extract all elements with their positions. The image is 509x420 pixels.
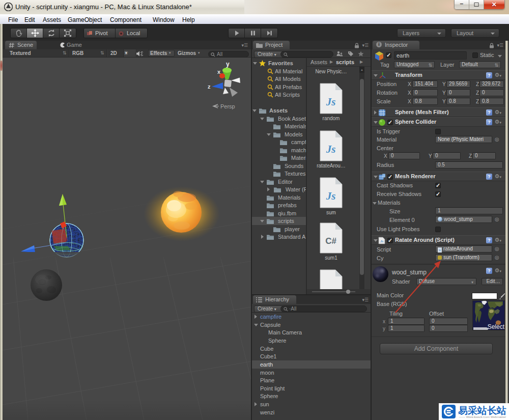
- svg-text:Persp: Persp: [220, 103, 235, 109]
- svg-text:Js: Js: [326, 190, 336, 202]
- svg-text:Js: Js: [380, 239, 384, 243]
- svg-text:Js: Js: [326, 96, 336, 108]
- svg-text:Select: Select: [488, 323, 505, 330]
- svg-text:Js: Js: [326, 143, 336, 155]
- svg-text:y: y: [226, 61, 230, 68]
- svg-text:x: x: [217, 69, 221, 75]
- svg-text:z: z: [208, 83, 211, 90]
- svg-text:C#: C#: [325, 236, 336, 246]
